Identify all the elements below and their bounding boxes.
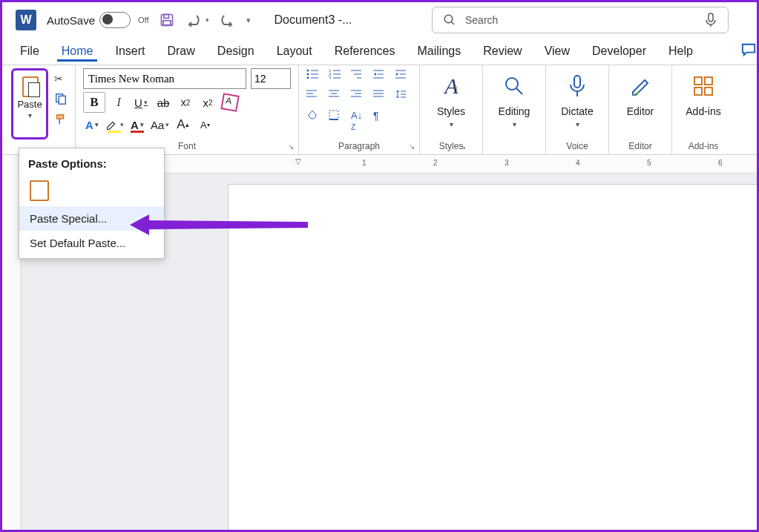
paste-button[interactable]: Paste ▾ — [11, 68, 48, 139]
paragraph-launcher-icon[interactable]: ↘ — [409, 142, 415, 151]
svg-line-48 — [516, 88, 522, 94]
editing-icon[interactable] — [503, 70, 525, 102]
undo-icon[interactable]: ▾ — [185, 13, 209, 27]
svg-rect-45 — [329, 111, 338, 119]
justify-button[interactable] — [373, 89, 390, 105]
svg-point-3 — [444, 15, 453, 23]
qat-more[interactable]: ▾ — [246, 16, 251, 25]
svg-rect-2 — [163, 21, 171, 25]
sort-button[interactable]: A↓Z — [351, 110, 367, 126]
comments-icon[interactable] — [740, 42, 757, 57]
svg-rect-51 — [694, 77, 702, 85]
svg-point-11 — [307, 73, 309, 76]
superscript-button[interactable]: x2 — [199, 93, 217, 111]
chevron-down-icon[interactable]: ▾ — [450, 120, 453, 128]
editor-label: Editor — [627, 105, 654, 117]
indent-button[interactable] — [395, 68, 412, 85]
paste-icon — [19, 75, 40, 97]
autosave-label: AutoSave — [47, 14, 95, 27]
autosave-toggle[interactable] — [99, 12, 131, 28]
search-placeholder: Search — [465, 14, 498, 26]
show-marks-button[interactable]: ¶ — [373, 110, 390, 126]
format-painter-icon[interactable] — [54, 113, 68, 126]
font-launcher-icon[interactable]: ↘ — [288, 142, 294, 151]
chevron-down-icon: ▾ — [28, 111, 32, 119]
set-default-paste-item[interactable]: Set Default Paste... — [19, 231, 164, 255]
borders-button[interactable] — [329, 110, 345, 126]
paste-special-item[interactable]: Paste Special... — [19, 206, 164, 231]
multilevel-button[interactable] — [351, 68, 367, 85]
tab-design[interactable]: Design — [214, 42, 257, 61]
tab-home[interactable]: Home — [59, 42, 96, 61]
tab-insert[interactable]: Insert — [112, 42, 148, 61]
strike-button[interactable]: ab — [154, 93, 172, 111]
document-title[interactable]: Document3 -... — [275, 13, 352, 27]
line-spacing-button[interactable] — [395, 89, 412, 105]
subscript-button[interactable]: x2 — [177, 93, 194, 111]
dictate-label: Dictate — [561, 105, 594, 117]
tab-layout[interactable]: Layout — [274, 42, 315, 61]
search-icon — [443, 13, 456, 27]
italic-button[interactable]: I — [110, 93, 128, 111]
tab-developer[interactable]: Developer — [589, 42, 649, 61]
shrink-font-button[interactable]: A▾ — [196, 116, 214, 134]
redo-icon[interactable] — [220, 13, 236, 27]
tab-help[interactable]: Help — [666, 42, 696, 61]
svg-rect-53 — [694, 88, 702, 95]
font-name-input[interactable] — [83, 68, 246, 89]
ribbon-tabs: File Home Insert Draw Design Layout Refe… — [2, 38, 757, 65]
change-case-button[interactable]: Aa — [151, 116, 169, 134]
shading-button[interactable] — [306, 110, 323, 126]
editing-label: Editing — [499, 105, 530, 117]
outdent-button[interactable] — [373, 68, 390, 85]
svg-point-9 — [307, 70, 309, 72]
svg-text:3: 3 — [329, 76, 332, 79]
tab-draw[interactable]: Draw — [164, 42, 197, 61]
chevron-down-icon[interactable]: ▾ — [576, 120, 579, 128]
grow-font-button[interactable]: A▴ — [174, 116, 191, 134]
numbering-button[interactable]: 123 — [329, 68, 345, 85]
tab-review[interactable]: Review — [480, 42, 525, 61]
svg-line-4 — [451, 22, 454, 24]
svg-rect-49 — [574, 76, 580, 88]
highlight-button[interactable] — [105, 116, 124, 134]
svg-rect-52 — [705, 77, 712, 85]
cut-icon[interactable]: ✂ — [54, 73, 68, 85]
tab-mailings[interactable]: Mailings — [415, 42, 464, 61]
align-left-button[interactable] — [306, 89, 323, 105]
font-group-label: Font — [178, 141, 196, 151]
text-effects-button[interactable]: A — [83, 116, 101, 134]
paragraph-group-label: Paragraph — [338, 141, 380, 151]
styles-icon[interactable]: A₍ — [444, 70, 457, 102]
dictate-icon[interactable] — [568, 70, 587, 102]
addins-icon[interactable] — [692, 70, 714, 102]
chevron-down-icon[interactable]: ▾ — [513, 120, 516, 128]
svg-rect-1 — [163, 15, 168, 19]
clear-format-button[interactable] — [221, 93, 239, 111]
tab-file[interactable]: File — [17, 42, 42, 61]
svg-rect-8 — [59, 96, 65, 104]
tab-view[interactable]: View — [542, 42, 573, 61]
save-icon[interactable] — [160, 13, 174, 27]
svg-point-13 — [307, 77, 309, 79]
bullets-button[interactable] — [306, 68, 323, 85]
font-color-button[interactable]: A — [128, 116, 146, 134]
bold-button[interactable]: B — [83, 92, 105, 113]
svg-rect-5 — [709, 13, 713, 22]
mic-icon[interactable] — [704, 13, 717, 27]
paste-options-popup: Paste Options: Paste Special... Set Defa… — [19, 148, 165, 259]
paste-keep-source-icon[interactable] — [30, 180, 49, 201]
font-size-input[interactable] — [251, 68, 291, 89]
svg-rect-54 — [705, 88, 712, 95]
copy-icon[interactable] — [54, 92, 68, 105]
align-right-button[interactable] — [351, 89, 367, 105]
document-page[interactable] — [229, 185, 757, 530]
clipboard-small-buttons: ✂ — [51, 68, 68, 126]
underline-button[interactable]: U — [132, 93, 150, 111]
paste-options-title: Paste Options: — [19, 154, 164, 177]
editor-icon[interactable] — [628, 70, 652, 102]
align-center-button[interactable] — [329, 89, 345, 105]
tab-references[interactable]: References — [332, 42, 398, 61]
search-input[interactable]: Search — [432, 7, 729, 33]
styles-launcher-icon[interactable]: ↘ — [460, 142, 466, 151]
